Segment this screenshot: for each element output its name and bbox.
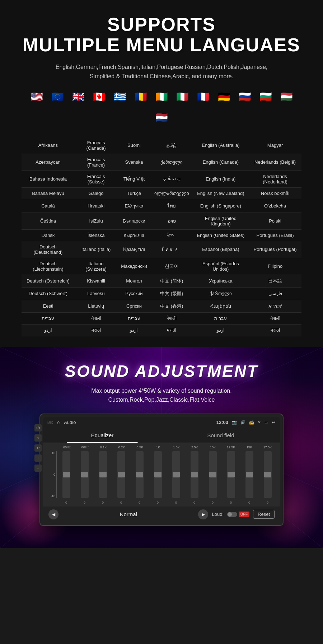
tab-bar: Equalizer Sound field [43,428,280,443]
vol-up-btn[interactable]: + [34,454,42,462]
back-icon[interactable]: ↩ [272,420,276,425]
slider-thumb-6[interactable] [154,472,162,477]
lang-cell: English (Canada) [193,154,249,171]
lang-cell: Português (Brasil) [249,229,301,241]
freq-80hz: 80Hz [76,445,94,449]
flag-us: 🇺🇸 [28,88,45,106]
lang-cell: עברית [193,312,249,324]
reset-button[interactable]: Reset [253,510,275,519]
slider-10k[interactable] [204,451,221,498]
slider-1k[interactable] [149,451,167,498]
flag-gb: 🇬🇧 [70,88,87,106]
slider-thumb-10[interactable] [228,472,235,477]
val-11: 0 [240,501,258,504]
lang-cell: Kiswahili [75,275,117,287]
lang-cell: Dansk [22,229,75,241]
home-icon[interactable]: ⌂ [57,419,61,426]
eq-values-row: 0 0 0 0 0 0 0 0 0 0 0 0 [43,500,280,507]
lang-cell: Hrvatski [75,199,117,213]
slider-thumb-11[interactable] [246,472,253,477]
lang-cell: Español (España) [193,241,249,258]
prev-preset-button[interactable]: ◀ [48,509,58,519]
tab-sound-field[interactable]: Sound field [162,428,280,443]
freq-175k: 17.5K [259,445,276,449]
slider-thumb-12[interactable] [264,472,271,477]
tab-equalizer[interactable]: Equalizer [43,428,162,443]
lang-cell: Français (Suisse) [75,171,117,187]
slider-60hz[interactable] [57,451,75,498]
lang-cell: አማርኛ [249,300,301,312]
slider-thumb-1[interactable] [63,472,70,477]
lang-cell: Русский [117,287,150,300]
slider-track-12[interactable] [264,451,272,498]
slider-thumb-7[interactable] [173,472,180,477]
back-btn[interactable]: ↩ [34,444,42,452]
slider-25k[interactable] [186,451,203,498]
status-icon-4[interactable]: ✕ [258,420,261,425]
lang-cell: मराठी [75,324,117,336]
slider-175k[interactable] [259,451,276,498]
slider-thumb-2[interactable] [81,472,88,477]
slider-15k[interactable] [167,451,185,498]
slider-thumb-3[interactable] [99,472,107,477]
slider-thumb-9[interactable] [209,472,216,477]
loud-state: OFF [239,512,249,517]
slider-track-1[interactable] [62,451,70,498]
flag-eu: 🇪🇺 [49,88,66,106]
lang-cell: Français (France) [75,154,117,171]
vol-down-btn[interactable]: - [34,465,42,472]
val-3: 0 [94,501,112,504]
lang-cell: नेपाली [249,312,301,324]
lang-cell: Norsk bokmål [249,187,301,199]
lang-cell: English (India) [193,171,249,187]
lang-cell: मराठी [151,324,193,336]
val-12: 0 [259,501,276,504]
loud-toggle-track[interactable] [227,512,237,517]
next-preset-button[interactable]: ▶ [198,509,208,519]
lang-cell: Tiếng Việt [117,171,150,187]
lang-cell: Polski [249,213,301,229]
loud-toggle-group[interactable]: OFF [227,512,249,517]
freq-15k2: 15K [240,445,258,449]
lang-cell: Suomi [117,137,150,154]
slider-05k[interactable] [131,451,148,498]
slider-track-5[interactable] [136,451,144,498]
slider-thumb-5[interactable] [136,472,143,477]
flag-de: 🇩🇪 [215,88,233,106]
slider-track-7[interactable] [172,451,180,498]
sound-section: SOUND ADJUSTMENT Max output power 4*50W … [0,347,323,548]
lang-cell: Українська [193,275,249,287]
slider-02k[interactable] [112,451,130,498]
flag-ca: 🇨🇦 [90,88,108,106]
slider-thumb-4[interactable] [118,472,125,477]
slider-track-4[interactable] [117,451,125,498]
slider-track-2[interactable] [81,451,89,498]
language-table: AfrikaansFrançais (Canada)Suomiதமிழ்Engl… [22,137,301,336]
slider-track-11[interactable] [245,451,253,498]
freq-02k: 0.2K [113,445,130,449]
slider-01k[interactable] [94,451,112,498]
freq-125k: 12.5K [222,445,240,449]
slider-track-8[interactable] [191,451,198,498]
slider-125k[interactable] [222,451,240,498]
lang-cell: Nederlands (België) [249,154,301,171]
lang-cell: Монгол [117,275,150,287]
slider-track-3[interactable] [99,451,107,498]
subtitle-text: English,German,French,Spanish,Italian,Po… [22,62,301,81]
freq-10k: 10K [204,445,222,449]
slider-thumb-8[interactable] [191,472,198,477]
lang-cell: ཀློང [151,229,193,241]
status-icon-5[interactable]: ▭ [265,420,268,425]
home-btn[interactable]: ⌂ [34,434,42,442]
slider-80hz[interactable] [76,451,93,498]
lang-cell: Magyar [249,137,301,154]
lang-cell: English (United Kingdom) [193,213,249,229]
lang-cell: ไทย [151,199,193,213]
slider-track-10[interactable] [227,451,235,498]
slider-15k2[interactable] [240,451,258,498]
slider-track-6[interactable] [154,451,162,498]
val-9: 0 [204,501,221,504]
power-btn[interactable]: ⏻ [34,424,42,431]
flag-ci: 🇨🇮 [153,88,170,106]
slider-track-9[interactable] [209,451,217,498]
